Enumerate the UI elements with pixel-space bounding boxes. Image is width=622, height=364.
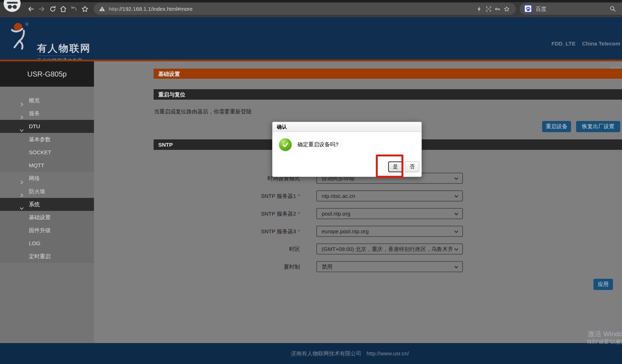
url-rest: ://192.168.1.1/index.html#more	[118, 6, 193, 12]
sidebar-item-overview[interactable]: 概览	[0, 94, 94, 107]
chevron-down-icon	[20, 124, 24, 137]
dst-select[interactable]: 禁用	[316, 261, 463, 272]
factory-reset-button[interactable]: 恢复出厂设置	[576, 121, 620, 132]
chevron-down-icon	[454, 194, 459, 200]
sntp-server3-select[interactable]: europe.pool.ntp.org	[316, 226, 463, 237]
search-engine-label: 百度	[536, 3, 546, 15]
sidebar-item-dtu[interactable]: DTU	[0, 120, 94, 133]
dialog-message: 确定重启设备吗?	[297, 141, 338, 148]
chevron-down-icon	[454, 229, 459, 235]
site-warning-icon[interactable]	[99, 5, 106, 14]
key-icon[interactable]	[494, 5, 501, 13]
sidebar-item-services[interactable]: 服务	[0, 107, 94, 120]
connection-status: FDD_LTE China Telecom	[546, 40, 620, 47]
company-website-link[interactable]: http://www.usr.cn/	[366, 350, 409, 356]
screenshot-scan-icon[interactable]	[485, 5, 492, 13]
chevron-down-icon	[20, 202, 24, 215]
chevron-down-icon	[454, 247, 459, 253]
brand-divider	[37, 56, 76, 56]
sntp-server1-select[interactable]: ntp.ntsc.ac.cn	[316, 190, 463, 202]
baidu-logo-icon	[524, 5, 532, 13]
sidebar-menu: 概览 服务 DTU 基本参数 SOCKET MQTT 网络 防火墙	[0, 94, 94, 263]
window-top-edge	[0, 0, 622, 2]
url-text: http://192.168.1.1/index.html#more	[109, 3, 193, 15]
url-scheme: http	[109, 6, 118, 12]
sidebar: USR-G805p 概览 服务 DTU 基本参数 SOCKET MQTT 网络	[0, 61, 94, 343]
back-button[interactable]	[27, 5, 35, 13]
browser-toolbar: http://192.168.1.1/index.html#more	[0, 0, 622, 17]
chevron-down-icon	[454, 264, 459, 271]
field-label-timezone: 时区	[154, 243, 300, 255]
baidu-search-box[interactable]: 百度	[520, 3, 622, 15]
restart-section-title: 重启与复位	[154, 89, 622, 100]
no-button[interactable]: 否	[405, 161, 419, 172]
sidebar-item-basic-settings[interactable]: 基础设置	[0, 211, 94, 224]
home-button[interactable]	[59, 5, 68, 13]
highlight-annotation-box	[376, 155, 403, 178]
sidebar-item-system[interactable]: 系统	[0, 198, 94, 211]
lightning-icon[interactable]	[476, 5, 483, 13]
brand-logo-icon: ®	[9, 21, 38, 52]
restart-description: 当重启或复位路由器后，你需要重新登陆	[154, 108, 252, 115]
apply-button[interactable]: 应用	[593, 279, 613, 290]
forward-button[interactable]	[37, 5, 46, 13]
confirm-check-icon	[279, 138, 292, 151]
field-label-sntp-server3: SNTP 服务器3*	[154, 226, 300, 237]
field-label-sntp-server2: SNTP 服务器2*	[154, 208, 300, 219]
sntp-server2-select[interactable]: pool.ntp.org	[316, 208, 463, 219]
sidebar-item-firmware-upgrade[interactable]: 固件升级	[0, 224, 94, 237]
company-name: 济南有人物联网技术有限公司	[291, 350, 361, 356]
brand-title: 有人物联网	[37, 42, 91, 55]
sidebar-item-mqtt[interactable]: MQTT	[0, 159, 94, 172]
windows-activation-watermark-hint: 转到“设置”以激活 Windows。	[587, 339, 622, 345]
url-star-icon[interactable]	[503, 5, 510, 13]
sidebar-item-socket[interactable]: SOCKET	[0, 146, 94, 159]
reload-button[interactable]	[48, 5, 57, 13]
device-model: USR-G805p	[0, 61, 94, 87]
search-magnifier-icon[interactable]	[609, 5, 616, 14]
app-header: ® 有人物联网 工业物联网通信专家 FDD_LTE China Telecom …	[0, 17, 622, 60]
field-label-dst: 夏时制	[154, 261, 300, 272]
timezone-select[interactable]: (GMT+08:00) 北京，重庆，香港特别行政区，乌鲁木齐	[316, 243, 463, 255]
field-label-sntp-server1: SNTP 服务器1*	[154, 190, 300, 202]
svg-text:®: ®	[25, 22, 29, 27]
network-type: FDD_LTE	[552, 40, 575, 47]
sidebar-item-firewall[interactable]: 防火墙	[0, 185, 94, 198]
page-title-bar: 基础设置	[154, 69, 622, 79]
url-bar[interactable]: http://192.168.1.1/index.html#more	[94, 3, 516, 15]
required-marker: *	[298, 193, 300, 199]
required-marker: *	[298, 211, 300, 217]
router-admin-page: http://192.168.1.1/index.html#more	[0, 0, 622, 364]
sidebar-item-network[interactable]: 网络	[0, 172, 94, 185]
required-marker: *	[298, 228, 300, 234]
history-back-icon[interactable]	[69, 5, 78, 13]
chevron-down-icon	[454, 176, 459, 182]
bookmark-star-button[interactable]	[81, 5, 89, 13]
carrier-name: China Telecom	[582, 40, 620, 47]
incognito-avatar-icon[interactable]	[4, 0, 21, 12]
sidebar-item-scheduled-restart[interactable]: 定时重启	[0, 250, 94, 263]
sidebar-item-basic-params[interactable]: 基本参数	[0, 133, 94, 146]
dialog-title: 确认	[273, 122, 421, 132]
chevron-down-icon	[454, 211, 459, 218]
sidebar-item-log[interactable]: LOG	[0, 237, 94, 250]
windows-activation-watermark: 激活 Windows	[588, 329, 622, 339]
footer: 济南有人物联网技术有限公司http://www.usr.cn/	[0, 343, 622, 364]
restart-device-button[interactable]: 重启设备	[542, 121, 571, 132]
